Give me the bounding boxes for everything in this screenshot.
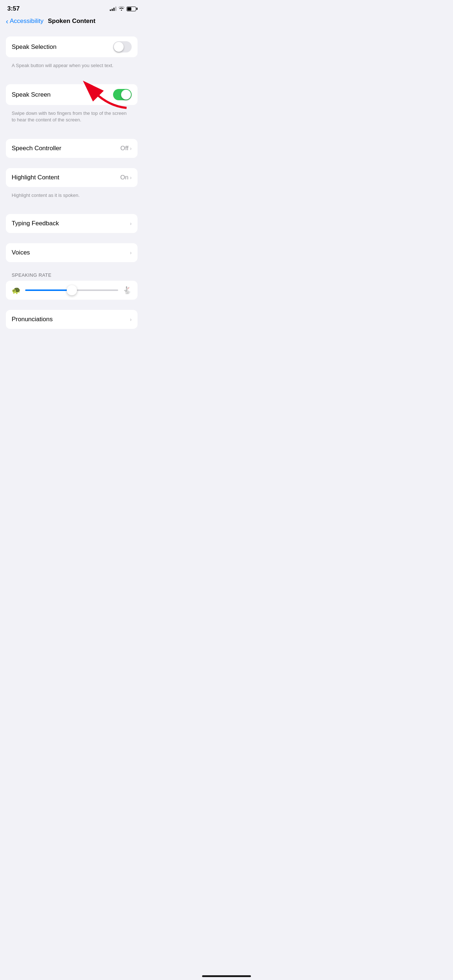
wifi-icon: [118, 6, 124, 12]
highlight-content-description: Highlight content as it is spoken.: [6, 190, 137, 204]
voices-group: Voices ›: [6, 243, 137, 262]
typing-feedback-group: Typing Feedback ›: [6, 214, 137, 233]
speaking-rate-label: SPEAKING RATE: [6, 272, 137, 281]
voices-row[interactable]: Voices ›: [6, 243, 137, 262]
speak-screen-toggle[interactable]: [113, 89, 132, 100]
highlight-content-section: Highlight Content On › Highlight content…: [6, 168, 137, 204]
speak-selection-section: Speak Selection A Speak button will appe…: [6, 37, 137, 74]
back-chevron-icon: ‹: [6, 18, 8, 25]
speak-screen-row[interactable]: Speak Screen: [6, 84, 137, 105]
voices-right: ›: [130, 250, 132, 256]
slider-fill: [25, 290, 72, 291]
voices-label: Voices: [12, 249, 30, 256]
speech-controller-group: Speech Controller Off ›: [6, 139, 137, 158]
speech-controller-section: Speech Controller Off ›: [6, 139, 137, 158]
back-button[interactable]: ‹ Accessibility: [6, 18, 43, 25]
pronunciations-row[interactable]: Pronunciations ›: [6, 310, 137, 329]
highlight-content-value: On: [120, 174, 129, 181]
speak-screen-label: Speak Screen: [12, 91, 51, 99]
speak-selection-label: Speak Selection: [12, 43, 57, 51]
speech-controller-chevron-icon: ›: [130, 145, 132, 151]
toggle-thumb: [121, 90, 131, 100]
voices-section: Voices ›: [6, 243, 137, 262]
status-bar: 3:57: [0, 0, 144, 15]
highlight-content-label: Highlight Content: [12, 174, 59, 181]
speak-selection-toggle[interactable]: [113, 41, 132, 52]
typing-feedback-row[interactable]: Typing Feedback ›: [6, 214, 137, 233]
typing-feedback-label: Typing Feedback: [12, 220, 59, 227]
page-title: Spoken Content: [48, 18, 95, 25]
speak-screen-description: Swipe down with two fingers from the top…: [6, 108, 137, 128]
speech-controller-label: Speech Controller: [12, 145, 61, 152]
pronunciations-section: Pronunciations ›: [6, 310, 137, 329]
speech-controller-right: Off ›: [120, 145, 132, 152]
pronunciations-group: Pronunciations ›: [6, 310, 137, 329]
nav-header: ‹ Accessibility Spoken Content: [0, 15, 144, 29]
voices-chevron-icon: ›: [130, 250, 132, 256]
slider-thumb[interactable]: [67, 285, 77, 295]
speak-screen-section: Speak Screen Swipe down with two fingers…: [6, 84, 137, 128]
typing-feedback-section: Typing Feedback ›: [6, 214, 137, 233]
battery-icon: [126, 6, 136, 11]
pronunciations-right: ›: [130, 317, 132, 322]
speaking-rate-section: SPEAKING RATE 🐢 🐇: [6, 272, 137, 300]
signal-icon: [110, 6, 116, 11]
pronunciations-label: Pronunciations: [12, 316, 53, 323]
speak-screen-group: Speak Screen: [6, 84, 137, 105]
speak-selection-row[interactable]: Speak Selection: [6, 37, 137, 57]
typing-feedback-chevron-icon: ›: [130, 221, 132, 226]
fast-speed-icon: 🐇: [123, 286, 132, 294]
highlight-content-right: On ›: [120, 174, 132, 181]
status-time: 3:57: [7, 5, 20, 13]
speaking-rate-row[interactable]: 🐢 🐇: [6, 281, 137, 300]
highlight-content-chevron-icon: ›: [130, 175, 132, 180]
slow-speed-icon: 🐢: [12, 286, 21, 294]
speech-controller-row[interactable]: Speech Controller Off ›: [6, 139, 137, 158]
typing-feedback-right: ›: [130, 221, 132, 226]
content: Speak Selection A Speak button will appe…: [0, 29, 144, 346]
highlight-content-group: Highlight Content On ›: [6, 168, 137, 187]
speak-selection-group: Speak Selection: [6, 37, 137, 57]
back-label: Accessibility: [10, 18, 44, 25]
toggle-thumb: [114, 42, 124, 52]
pronunciations-chevron-icon: ›: [130, 317, 132, 322]
status-icons: [110, 6, 136, 12]
speech-controller-value: Off: [120, 145, 128, 152]
speaking-rate-slider[interactable]: [25, 290, 118, 291]
speak-selection-description: A Speak button will appear when you sele…: [6, 60, 137, 74]
highlight-content-row[interactable]: Highlight Content On ›: [6, 168, 137, 187]
